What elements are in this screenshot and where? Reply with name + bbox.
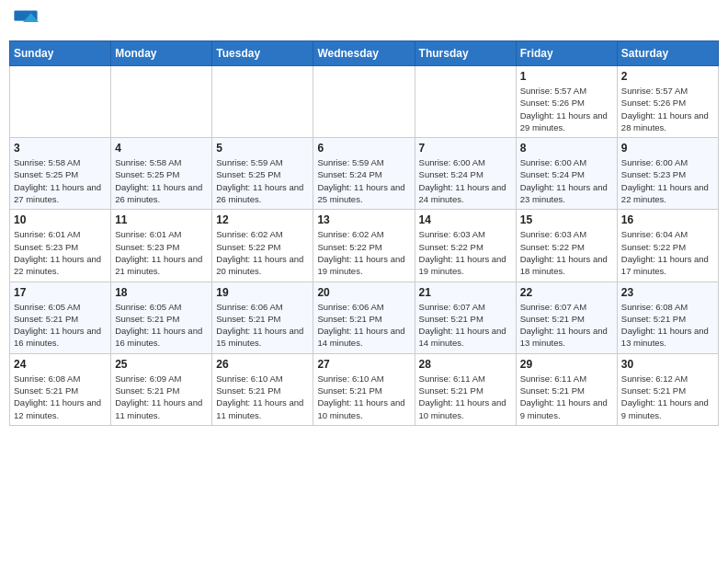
day-number: 1	[520, 70, 613, 83]
calendar-cell: 22Sunrise: 6:07 AM Sunset: 5:21 PM Dayli…	[516, 282, 617, 353]
day-detail: Sunrise: 6:07 AM Sunset: 5:21 PM Dayligh…	[419, 301, 512, 350]
day-detail: Sunrise: 6:04 AM Sunset: 5:22 PM Dayligh…	[621, 228, 714, 277]
day-detail: Sunrise: 6:11 AM Sunset: 5:21 PM Dayligh…	[520, 373, 613, 421]
day-number: 15	[520, 213, 613, 226]
day-detail: Sunrise: 6:00 AM Sunset: 5:24 PM Dayligh…	[419, 156, 512, 205]
calendar-cell: 17Sunrise: 6:05 AM Sunset: 5:21 PM Dayli…	[10, 282, 111, 353]
day-detail: Sunrise: 6:08 AM Sunset: 5:21 PM Dayligh…	[14, 373, 107, 421]
calendar-cell: 21Sunrise: 6:07 AM Sunset: 5:21 PM Dayli…	[415, 282, 516, 353]
calendar-cell	[212, 66, 313, 138]
day-number: 5	[216, 142, 309, 155]
calendar-cell: 19Sunrise: 6:06 AM Sunset: 5:21 PM Dayli…	[212, 282, 313, 353]
calendar-cell	[415, 66, 516, 138]
day-detail: Sunrise: 6:00 AM Sunset: 5:23 PM Dayligh…	[621, 156, 714, 205]
day-detail: Sunrise: 6:01 AM Sunset: 5:23 PM Dayligh…	[115, 228, 208, 277]
day-detail: Sunrise: 6:06 AM Sunset: 5:21 PM Dayligh…	[317, 301, 410, 350]
day-number: 25	[115, 358, 208, 371]
calendar-cell: 8Sunrise: 6:00 AM Sunset: 5:24 PM Daylig…	[516, 138, 617, 210]
day-number: 12	[216, 213, 309, 226]
day-number: 23	[621, 286, 714, 299]
day-detail: Sunrise: 6:01 AM Sunset: 5:23 PM Dayligh…	[14, 228, 107, 277]
calendar-cell: 23Sunrise: 6:08 AM Sunset: 5:21 PM Dayli…	[617, 282, 718, 353]
calendar-table: SundayMondayTuesdayWednesdayThursdayFrid…	[9, 40, 719, 426]
day-detail: Sunrise: 5:57 AM Sunset: 5:26 PM Dayligh…	[520, 85, 613, 133]
calendar-cell: 20Sunrise: 6:06 AM Sunset: 5:21 PM Dayli…	[313, 282, 415, 353]
day-number: 30	[621, 358, 714, 371]
day-number: 27	[317, 358, 410, 371]
calendar-cell: 27Sunrise: 6:10 AM Sunset: 5:21 PM Dayli…	[313, 353, 415, 425]
day-detail: Sunrise: 6:06 AM Sunset: 5:21 PM Dayligh…	[216, 301, 309, 350]
weekday-header-wednesday: Wednesday	[313, 41, 415, 66]
calendar-cell	[10, 66, 111, 138]
logo-icon	[13, 9, 39, 35]
day-detail: Sunrise: 6:12 AM Sunset: 5:21 PM Dayligh…	[621, 373, 714, 421]
calendar-cell: 1Sunrise: 5:57 AM Sunset: 5:26 PM Daylig…	[516, 66, 617, 138]
weekday-header-thursday: Thursday	[415, 41, 516, 66]
day-number: 8	[520, 142, 613, 155]
day-detail: Sunrise: 5:59 AM Sunset: 5:24 PM Dayligh…	[317, 156, 410, 205]
weekday-header-friday: Friday	[516, 41, 617, 66]
calendar-week-2: 3Sunrise: 5:58 AM Sunset: 5:25 PM Daylig…	[10, 138, 719, 210]
calendar-cell: 13Sunrise: 6:02 AM Sunset: 5:22 PM Dayli…	[313, 210, 415, 282]
day-number: 2	[621, 70, 714, 83]
day-number: 13	[317, 213, 410, 226]
day-number: 4	[115, 142, 208, 155]
calendar-cell: 7Sunrise: 6:00 AM Sunset: 5:24 PM Daylig…	[415, 138, 516, 210]
calendar-cell: 2Sunrise: 5:57 AM Sunset: 5:26 PM Daylig…	[617, 66, 718, 138]
day-number: 28	[419, 358, 512, 371]
day-number: 20	[317, 286, 410, 299]
day-number: 17	[14, 286, 107, 299]
day-detail: Sunrise: 5:57 AM Sunset: 5:26 PM Dayligh…	[621, 85, 714, 133]
calendar-cell: 18Sunrise: 6:05 AM Sunset: 5:21 PM Dayli…	[111, 282, 212, 353]
day-number: 14	[419, 213, 512, 226]
calendar-cell: 28Sunrise: 6:11 AM Sunset: 5:21 PM Dayli…	[415, 353, 516, 425]
day-detail: Sunrise: 6:11 AM Sunset: 5:21 PM Dayligh…	[419, 373, 512, 421]
calendar-cell: 26Sunrise: 6:10 AM Sunset: 5:21 PM Dayli…	[212, 353, 313, 425]
day-number: 3	[14, 142, 107, 155]
calendar-cell: 9Sunrise: 6:00 AM Sunset: 5:23 PM Daylig…	[617, 138, 718, 210]
weekday-header-saturday: Saturday	[617, 41, 718, 66]
calendar-cell: 14Sunrise: 6:03 AM Sunset: 5:22 PM Dayli…	[415, 210, 516, 282]
day-detail: Sunrise: 5:58 AM Sunset: 5:25 PM Dayligh…	[115, 156, 208, 205]
page-header	[9, 9, 719, 35]
day-number: 7	[419, 142, 512, 155]
calendar-cell	[111, 66, 212, 138]
day-number: 18	[115, 286, 208, 299]
calendar-cell: 5Sunrise: 5:59 AM Sunset: 5:25 PM Daylig…	[212, 138, 313, 210]
day-detail: Sunrise: 6:02 AM Sunset: 5:22 PM Dayligh…	[216, 228, 309, 277]
day-number: 16	[621, 213, 714, 226]
weekday-header-sunday: Sunday	[10, 41, 111, 66]
calendar-cell: 10Sunrise: 6:01 AM Sunset: 5:23 PM Dayli…	[10, 210, 111, 282]
day-detail: Sunrise: 6:00 AM Sunset: 5:24 PM Dayligh…	[520, 156, 613, 205]
day-number: 11	[115, 213, 208, 226]
calendar-cell: 6Sunrise: 5:59 AM Sunset: 5:24 PM Daylig…	[313, 138, 415, 210]
calendar-cell: 15Sunrise: 6:03 AM Sunset: 5:22 PM Dayli…	[516, 210, 617, 282]
day-number: 26	[216, 358, 309, 371]
day-detail: Sunrise: 6:03 AM Sunset: 5:22 PM Dayligh…	[520, 228, 613, 277]
day-detail: Sunrise: 6:10 AM Sunset: 5:21 PM Dayligh…	[216, 373, 309, 421]
calendar-week-1: 1Sunrise: 5:57 AM Sunset: 5:26 PM Daylig…	[10, 66, 719, 138]
day-number: 29	[520, 358, 613, 371]
calendar-week-5: 24Sunrise: 6:08 AM Sunset: 5:21 PM Dayli…	[10, 353, 719, 425]
day-detail: Sunrise: 6:02 AM Sunset: 5:22 PM Dayligh…	[317, 228, 410, 277]
day-detail: Sunrise: 6:05 AM Sunset: 5:21 PM Dayligh…	[14, 301, 107, 350]
day-detail: Sunrise: 6:08 AM Sunset: 5:21 PM Dayligh…	[621, 301, 714, 350]
calendar-cell: 24Sunrise: 6:08 AM Sunset: 5:21 PM Dayli…	[10, 353, 111, 425]
weekday-header-monday: Monday	[111, 41, 212, 66]
calendar-cell: 29Sunrise: 6:11 AM Sunset: 5:21 PM Dayli…	[516, 353, 617, 425]
day-number: 21	[419, 286, 512, 299]
day-number: 9	[621, 142, 714, 155]
weekday-header-tuesday: Tuesday	[212, 41, 313, 66]
calendar-cell: 16Sunrise: 6:04 AM Sunset: 5:22 PM Dayli…	[617, 210, 718, 282]
day-detail: Sunrise: 5:58 AM Sunset: 5:25 PM Dayligh…	[14, 156, 107, 205]
day-number: 10	[14, 213, 107, 226]
calendar-cell	[313, 66, 415, 138]
calendar-cell: 11Sunrise: 6:01 AM Sunset: 5:23 PM Dayli…	[111, 210, 212, 282]
day-detail: Sunrise: 6:07 AM Sunset: 5:21 PM Dayligh…	[520, 301, 613, 350]
day-number: 24	[14, 358, 107, 371]
day-detail: Sunrise: 6:05 AM Sunset: 5:21 PM Dayligh…	[115, 301, 208, 350]
calendar-cell: 12Sunrise: 6:02 AM Sunset: 5:22 PM Dayli…	[212, 210, 313, 282]
calendar-header-row: SundayMondayTuesdayWednesdayThursdayFrid…	[10, 41, 719, 66]
day-detail: Sunrise: 6:03 AM Sunset: 5:22 PM Dayligh…	[419, 228, 512, 277]
calendar-cell: 25Sunrise: 6:09 AM Sunset: 5:21 PM Dayli…	[111, 353, 212, 425]
